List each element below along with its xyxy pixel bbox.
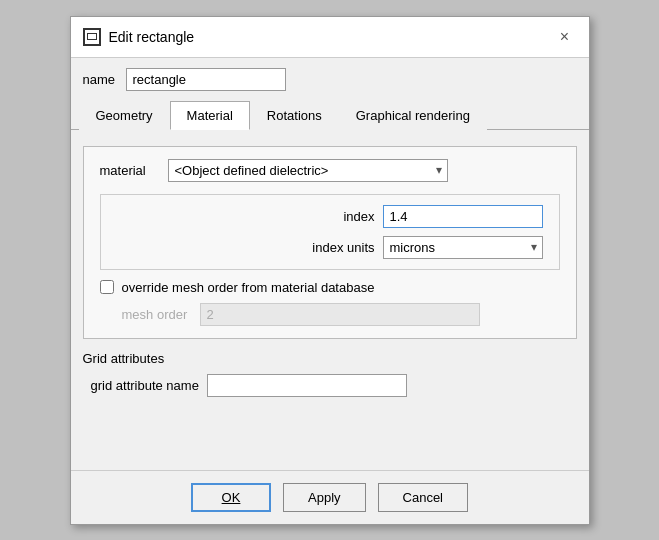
grid-attributes-title: Grid attributes <box>83 351 577 366</box>
title-bar-left: Edit rectangle <box>83 28 195 46</box>
tab-geometry[interactable]: Geometry <box>79 101 170 130</box>
tab-material[interactable]: Material <box>170 101 250 130</box>
override-checkbox[interactable] <box>100 280 114 294</box>
cancel-button[interactable]: Cancel <box>378 483 468 512</box>
index-inner-box: index index units microns nm m <box>100 194 560 270</box>
index-units-row: index units microns nm m <box>117 236 543 259</box>
mesh-order-row: mesh order <box>122 303 560 326</box>
index-row: index <box>117 205 543 228</box>
mesh-order-label: mesh order <box>122 307 192 322</box>
material-section-box: material <Object defined dielectric> ind… <box>83 146 577 339</box>
footer: OK Apply Cancel <box>71 470 589 524</box>
grid-name-row: grid attribute name <box>91 374 577 397</box>
material-select[interactable]: <Object defined dielectric> <box>168 159 448 182</box>
name-label: name <box>83 72 118 87</box>
material-label: material <box>100 163 160 178</box>
close-button[interactable]: × <box>553 25 577 49</box>
tab-content: material <Object defined dielectric> ind… <box>71 130 589 470</box>
name-row: name <box>71 58 589 101</box>
tabs: Geometry Material Rotations Graphical re… <box>71 101 589 130</box>
index-units-select-wrapper: microns nm m <box>383 236 543 259</box>
title-bar: Edit rectangle × <box>71 17 589 58</box>
override-label: override mesh order from material databa… <box>122 280 375 295</box>
ok-button[interactable]: OK <box>191 483 271 512</box>
index-units-label: index units <box>312 240 374 255</box>
material-row: material <Object defined dielectric> <box>100 159 560 182</box>
mesh-order-input <box>200 303 480 326</box>
grid-name-label: grid attribute name <box>91 378 199 393</box>
index-units-select[interactable]: microns nm m <box>383 236 543 259</box>
edit-rectangle-dialog: Edit rectangle × name Geometry Material … <box>70 16 590 525</box>
material-select-wrapper: <Object defined dielectric> <box>168 159 448 182</box>
tab-rotations[interactable]: Rotations <box>250 101 339 130</box>
override-row: override mesh order from material databa… <box>100 280 560 295</box>
apply-button[interactable]: Apply <box>283 483 366 512</box>
grid-attributes-section: Grid attributes grid attribute name <box>83 351 577 397</box>
rectangle-icon <box>83 28 101 46</box>
name-input[interactable] <box>126 68 286 91</box>
dialog-title: Edit rectangle <box>109 29 195 45</box>
index-input[interactable] <box>383 205 543 228</box>
index-label: index <box>343 209 374 224</box>
tab-graphical[interactable]: Graphical rendering <box>339 101 487 130</box>
grid-name-input[interactable] <box>207 374 407 397</box>
